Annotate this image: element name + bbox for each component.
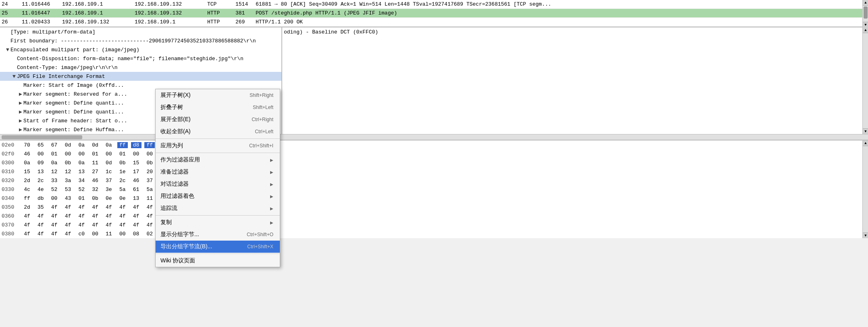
menu-item-show-packet-bytes[interactable]: 显示分组字节... Ctrl+Shift+O (156, 228, 280, 241)
scroll-down-arrow[interactable]: ▼ (863, 128, 868, 134)
tree-line[interactable]: [Type: multipart/form-data] (0, 27, 281, 36)
context-menu: 展开子树(X) Shift+Right 折叠子树 Shift+Left 展开全部… (155, 89, 280, 267)
pkt-info: HTTP/1.1 200 OK (256, 19, 861, 25)
menu-label: 作为过滤器应用 (160, 156, 200, 164)
expand-icon[interactable]: ▼ (5, 47, 10, 53)
hscroll-thumb[interactable] (2, 135, 82, 139)
menu-label: 应用为列 (160, 142, 183, 149)
menu-label: 导出分组字节流(B)... (160, 243, 212, 250)
pkt-dst: 192.168.109.132 (135, 1, 207, 7)
expand-icon[interactable]: ▶ (18, 109, 23, 115)
tree-text: Marker segment: Reserved for a... (23, 91, 127, 97)
table-row[interactable]: 25 11.016447 192.168.109.1 192.168.109.1… (0, 9, 862, 18)
expand-icon (5, 29, 10, 35)
scroll-up-arrow[interactable]: ▲ (863, 0, 868, 6)
submenu-arrow: ▶ (270, 170, 273, 174)
menu-item-apply-as-filter[interactable]: 作为过滤器应用 ▶ (156, 154, 280, 166)
menu-shortcut: Ctrl+Left (255, 129, 273, 134)
menu-item-wiki[interactable]: Wiki 协议页面 (156, 255, 280, 267)
menu-label: 复制 (160, 219, 172, 226)
expand-icon[interactable]: ▼ (11, 73, 17, 80)
pkt-dst: 192.168.109.1 (135, 19, 207, 25)
pkt-src: 192.168.109.1 (62, 10, 135, 16)
menu-item-export-packet-bytes[interactable]: 导出分组字节流(B)... Ctrl+Shift+X (156, 241, 280, 253)
hex-offset: 0370 (2, 222, 22, 228)
tree-text: Encapsulated multipart part: (image/jpeg… (10, 47, 139, 53)
packet-list-section: 24 11.016446 192.168.109.1 192.168.109.1… (0, 0, 868, 27)
hex-line: 02f0 46 00 01 00 00 01 00 01 00 00 00 F.… (0, 149, 862, 158)
pkt-info: POST /steghide.php HTTP/1.1 (JPEG JFIF i… (256, 10, 861, 16)
pkt-src: 192.168.109.132 (62, 19, 135, 25)
menu-shortcut: Ctrl+Shift+X (247, 244, 273, 249)
submenu-arrow: ▶ (270, 158, 273, 162)
tree-text: Marker segment: Define quanti... (23, 100, 124, 106)
menu-label: 收起全部(A) (160, 128, 191, 135)
pkt-no: 25 (2, 10, 22, 16)
scroll-thumb[interactable] (864, 6, 868, 19)
menu-label: 追踪流 (160, 205, 177, 212)
tree-line[interactable]: Content-Disposition: form-data; name="fi… (0, 54, 281, 63)
tree-text: First boundary: ------------------------… (10, 38, 256, 44)
hex-line: 0380 4f 4f 4f 4f c0 00 11 00 08 02 36 OO… (0, 229, 862, 238)
menu-item-collapse-children[interactable]: 折叠子树 Shift+Left (156, 101, 280, 113)
menu-item-expand-children[interactable]: 展开子树(X) Shift+Right (156, 89, 280, 101)
expand-icon[interactable]: ▶ (18, 126, 23, 133)
hex-offset: 0350 (2, 204, 22, 210)
menu-shortcut: Shift+Left (253, 105, 273, 110)
pkt-proto: HTTP (207, 10, 235, 16)
menu-shortcut: Ctrl+Shift+O (247, 232, 273, 237)
tree-text: Marker segment: Define Huffma... (23, 127, 124, 133)
tree-hscroll[interactable] (0, 134, 868, 140)
menu-shortcut: Ctrl+Shift+I (249, 143, 273, 149)
menu-label: 展开子树(X) (160, 92, 191, 99)
hex-line: 0310 15 13 12 12 13 27 1c 1e 17 20 2e ..… (0, 167, 862, 176)
menu-item-prepare-filter[interactable]: 准备过滤器 ▶ (156, 166, 280, 178)
tree-detail-panel: oding) - Baseline DCT (0xFFC0) (282, 27, 862, 134)
submenu-arrow: ▶ (270, 182, 273, 187)
scroll-down-arrow[interactable]: ▼ (863, 233, 868, 238)
packet-list: 24 11.016446 192.168.109.1 192.168.109.1… (0, 0, 862, 27)
tree-line[interactable]: Marker: Start of Image (0xffd... (0, 81, 281, 90)
packet-list-vscroll[interactable]: ▲ ▼ (862, 0, 868, 27)
menu-item-follow-stream[interactable]: 追踪流 ▶ (156, 202, 280, 214)
tree-line[interactable]: Content-Type: image/jpeg\r\n\r\n (0, 63, 281, 72)
hex-line: 0360 4f 4f 4f 4f 4f 4f 4f 4f 4f 4f 4f OO… (0, 212, 862, 220)
scroll-up-arrow[interactable]: ▲ (863, 140, 868, 146)
expand-icon[interactable]: ▶ (18, 91, 23, 97)
menu-item-apply-as-column[interactable]: 应用为列 Ctrl+Shift+I (156, 140, 280, 152)
scroll-down-arrow[interactable]: ▼ (863, 22, 868, 27)
hex-line: 02e0 70 65 67 0d 0a 0d 0a ff d8 ff e0 pe… (0, 140, 862, 149)
tree-text: Start of Frame header: Start o... (23, 118, 127, 124)
table-row[interactable]: 26 11.020433 192.168.109.132 192.168.109… (0, 18, 862, 27)
menu-separator (156, 138, 280, 139)
hex-offset: 0300 (2, 160, 22, 166)
pkt-len: 269 (235, 19, 256, 25)
menu-item-copy[interactable]: 复制 ▶ (156, 216, 280, 228)
tree-vscroll[interactable]: ▲ ▼ (862, 27, 868, 134)
menu-label: 对话过滤器 (160, 180, 189, 188)
submenu-arrow: ▶ (270, 194, 273, 199)
tree-text: [Type: multipart/form-data] (10, 29, 96, 35)
menu-label: Wiki 协议页面 (160, 257, 195, 264)
menu-item-collapse-all[interactable]: 收起全部(A) Ctrl+Left (156, 126, 280, 138)
table-row[interactable]: 24 11.016446 192.168.109.1 192.168.109.1… (0, 0, 862, 9)
menu-label: 显示分组字节... (160, 231, 199, 238)
menu-item-colorize-filter[interactable]: 用过滤器着色 ▶ (156, 190, 280, 202)
expand-icon (18, 82, 23, 88)
tree-line-selected[interactable]: ▼ JPEG File Interchange Format (0, 72, 281, 81)
scroll-up-arrow[interactable]: ▲ (863, 27, 868, 33)
tree-line[interactable]: ▼ Encapsulated multipart part: (image/jp… (0, 45, 281, 54)
hex-vscroll[interactable]: ▲ ▼ (862, 140, 868, 238)
submenu-arrow: ▶ (270, 206, 273, 211)
hex-line: 0340 ff db 00 43 01 0b 0e 0e 13 11 13 ..… (0, 194, 862, 203)
hex-offset: 02e0 (2, 142, 22, 148)
menu-item-conversation-filter[interactable]: 对话过滤器 ▶ (156, 178, 280, 190)
expand-icon[interactable]: ▶ (18, 117, 23, 124)
menu-separator (156, 254, 280, 254)
menu-item-expand-all[interactable]: 展开全部(E) Ctrl+Right (156, 113, 280, 126)
tree-line[interactable]: First boundary: ------------------------… (0, 36, 281, 45)
pkt-info: 61881 → 80 [ACK] Seq=30409 Ack=1 Win=514… (256, 1, 861, 7)
expand-icon[interactable]: ▶ (18, 100, 23, 106)
tree-text: JPEG File Interchange Format (17, 73, 105, 80)
menu-separator (156, 153, 280, 153)
